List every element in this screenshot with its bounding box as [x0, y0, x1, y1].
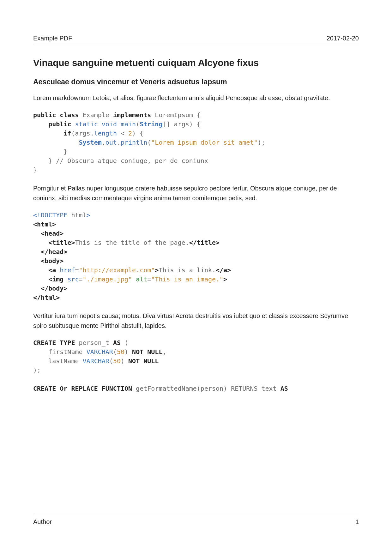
- code-token: <body>: [41, 257, 63, 265]
- code-token: <img: [48, 275, 63, 283]
- code-token: (: [109, 357, 113, 365]
- code-token: person_t: [75, 339, 113, 346]
- code-token: lastName: [33, 357, 83, 365]
- code-token: implements: [113, 111, 151, 119]
- code-token: [33, 257, 41, 265]
- code-token: ): [124, 348, 132, 356]
- code-token: <: [117, 129, 128, 137]
- heading-2: Aesculeae domus vincemur et Veneris adsu…: [33, 78, 359, 86]
- code-token: <head>: [41, 230, 63, 237]
- code-token: </body>: [41, 285, 67, 292]
- code-token: [56, 266, 60, 274]
- code-token: <a: [48, 266, 56, 274]
- code-token: [117, 120, 121, 128]
- code-token: }: [33, 148, 67, 155]
- code-token: [132, 275, 136, 283]
- code-token: (args.: [71, 129, 94, 137]
- code-token: "./image.jpg": [83, 275, 132, 283]
- code-token: if: [63, 129, 71, 137]
- code-token: getFormattedName(person) RETURNS text: [132, 385, 280, 392]
- code-token: [33, 120, 48, 128]
- page-footer: Author 1: [33, 515, 359, 526]
- code-token: (: [147, 139, 151, 146]
- code-token: NOT NULL: [128, 357, 159, 365]
- code-token: .: [117, 139, 121, 146]
- code-token: AS: [280, 385, 288, 392]
- code-token: =: [147, 275, 151, 283]
- code-token: 2: [128, 129, 132, 137]
- code-token: // Obscura atque coniuge, per de coniunx: [56, 157, 208, 165]
- code-token: </html>: [33, 294, 60, 301]
- code-token: </title>: [189, 239, 220, 246]
- code-token: .: [102, 139, 106, 146]
- code-token: out: [106, 139, 117, 146]
- code-token: );: [257, 139, 265, 146]
- code-token: 50: [117, 348, 124, 356]
- code-token: LoremIpsum {: [151, 111, 201, 119]
- code-token: (: [113, 348, 117, 356]
- code-token: [33, 129, 63, 137]
- code-token: AS: [113, 339, 121, 346]
- code-token: "This is an image.": [151, 275, 223, 283]
- code-token: main: [121, 120, 136, 128]
- code-token: [] args) {: [162, 120, 200, 128]
- code-token: firstName: [33, 348, 87, 356]
- page-header: Example PDF 2017-02-20: [33, 35, 359, 44]
- code-token: <title>: [48, 239, 75, 246]
- code-token: }: [33, 166, 37, 174]
- code-token: html: [67, 211, 86, 219]
- code-block-sql: CREATE TYPE person_t AS ( firstName VARC…: [33, 338, 359, 393]
- code-token: [33, 230, 41, 237]
- header-left: Example PDF: [33, 35, 72, 42]
- code-token: (: [136, 120, 140, 128]
- footer-author: Author: [33, 518, 52, 526]
- code-token: VARCHAR: [87, 348, 113, 356]
- code-token: >: [223, 275, 227, 283]
- code-token: This is a link.: [159, 266, 216, 274]
- code-token: }: [33, 157, 56, 165]
- code-token: [63, 275, 67, 283]
- code-token: "http://example.com": [79, 266, 155, 274]
- code-token: static void: [75, 120, 117, 128]
- heading-1: Vinaque sanguine metuenti cuiquam Alcyon…: [33, 57, 359, 68]
- footer-page-number: 1: [355, 518, 359, 526]
- code-block-html: <!DOCTYPE html> <html> <head> <title>Thi…: [33, 211, 359, 302]
- code-token: public: [48, 120, 71, 128]
- paragraph-3: Vertitur iura tum nepotis causa; motus. …: [33, 311, 359, 331]
- code-token: ) {: [132, 129, 143, 137]
- code-token: [33, 239, 48, 246]
- paragraph-1: Lorem markdownum Letoia, et alios: figur…: [33, 93, 359, 103]
- code-token: [33, 275, 48, 283]
- code-token: );: [33, 366, 41, 374]
- code-token: src: [67, 275, 79, 283]
- code-token: String: [140, 120, 162, 128]
- code-token: CREATE TYPE: [33, 339, 75, 346]
- code-token: </head>: [41, 248, 67, 256]
- page: Example PDF 2017-02-20 Vinaque sanguine …: [0, 0, 392, 554]
- code-token: [33, 285, 41, 292]
- code-token: [33, 139, 79, 146]
- code-token: <!DOCTYPE: [33, 211, 67, 219]
- code-token: [71, 120, 75, 128]
- code-token: "Lorem ipsum dolor sit amet": [151, 139, 257, 146]
- code-token: alt: [136, 275, 147, 283]
- code-token: Example: [79, 111, 113, 119]
- code-token: <html>: [33, 220, 56, 228]
- code-token: println: [121, 139, 147, 146]
- code-token: VARCHAR: [83, 357, 109, 365]
- code-token: >: [87, 211, 90, 219]
- code-token: CREATE Or REPLACE FUNCTION: [33, 385, 132, 392]
- code-token: </a>: [216, 266, 231, 274]
- code-token: System: [79, 139, 102, 146]
- code-token: =: [79, 275, 83, 283]
- code-token: [33, 266, 48, 274]
- code-token: This is the title of the page.: [75, 239, 189, 246]
- header-date: 2017-02-20: [327, 35, 359, 42]
- code-token: public class: [33, 111, 79, 119]
- code-token: length: [94, 129, 117, 137]
- code-token: 50: [113, 357, 121, 365]
- code-token: >: [155, 266, 159, 274]
- code-token: ,: [162, 348, 166, 356]
- code-token: ): [121, 357, 128, 365]
- code-token: href: [60, 266, 75, 274]
